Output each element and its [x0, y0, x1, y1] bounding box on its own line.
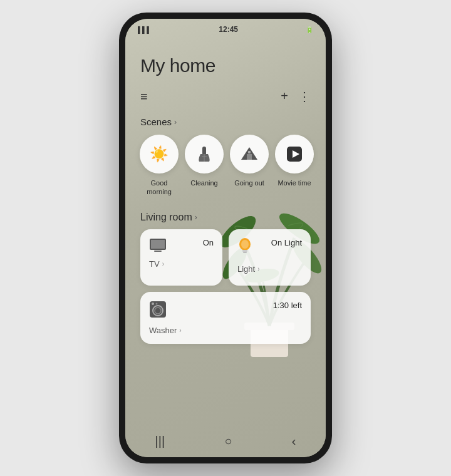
washer-status: 1:30 left — [273, 301, 302, 310]
scene-going-out-label: Going out — [234, 178, 264, 187]
scene-cleaning-icon — [185, 135, 224, 173]
main-content: My home ≡ + ⋮ Scenes › ☀️ Good — [125, 36, 326, 457]
menu-icon[interactable]: ≡ — [140, 90, 148, 104]
bottom-nav: ||| ○ ‹ — [125, 425, 326, 457]
washer-icon — [149, 301, 167, 321]
device-cards-row: On TV › — [125, 229, 326, 292]
scene-cleaning[interactable]: Cleaning — [185, 135, 223, 197]
living-room-header[interactable]: Living room › — [125, 209, 326, 229]
svg-point-19 — [241, 240, 249, 249]
light-name: Light › — [237, 264, 302, 274]
toolbar-right: + ⋮ — [281, 89, 311, 104]
svg-rect-20 — [242, 250, 247, 252]
scene-cleaning-label: Cleaning — [190, 178, 217, 187]
light-chevron: › — [257, 266, 259, 272]
recents-button[interactable]: ||| — [150, 429, 170, 453]
home-button[interactable]: ○ — [219, 429, 237, 453]
washer-card[interactable]: 1:30 left Washer › — [140, 292, 311, 344]
clock: 12:45 — [219, 25, 238, 34]
phone-screen: ▌▌▌ 12:45 🔋 My home ≡ + ⋮ — [125, 19, 326, 457]
svg-rect-11 — [247, 154, 252, 160]
tv-name: TV › — [149, 259, 214, 269]
scene-good-morning-label: Good morning — [140, 178, 178, 197]
page-title: My home — [125, 36, 326, 89]
light-icon — [237, 238, 252, 259]
phone-frame: ▌▌▌ 12:45 🔋 My home ≡ + ⋮ — [119, 13, 332, 463]
svg-rect-7 — [202, 147, 206, 155]
scene-movie-time-icon — [275, 135, 314, 173]
light-card-top: On Light — [237, 238, 302, 259]
scenes-header[interactable]: Scenes › — [125, 111, 326, 135]
scene-movie-time[interactable]: Movie time — [276, 135, 313, 197]
svg-rect-21 — [243, 252, 247, 253]
svg-rect-12 — [248, 151, 251, 153]
scene-movie-time-label: Movie time — [277, 178, 311, 187]
scenes-row: ☀️ Good morning Cleaning — [125, 135, 326, 209]
add-icon[interactable]: + — [281, 89, 288, 104]
tv-card[interactable]: On TV › — [140, 229, 222, 286]
toolbar-left: ≡ — [140, 90, 148, 104]
light-status: On Light — [271, 238, 302, 247]
scenes-chevron: › — [174, 118, 177, 127]
tv-icon — [149, 238, 167, 254]
washer-row: 1:30 left Washer › — [125, 292, 326, 344]
svg-rect-16 — [151, 240, 165, 249]
living-room-label: Living room — [140, 212, 192, 223]
toolbar: ≡ + ⋮ — [125, 89, 326, 111]
status-bar: ▌▌▌ 12:45 🔋 — [125, 19, 326, 36]
washer-chevron: › — [179, 327, 181, 334]
light-card[interactable]: On Light Light › — [229, 229, 311, 286]
svg-point-25 — [152, 303, 154, 305]
washer-card-top: 1:30 left — [149, 301, 302, 321]
more-icon[interactable]: ⋮ — [298, 89, 311, 104]
scene-going-out[interactable]: Going out — [231, 135, 268, 197]
scene-good-morning[interactable]: ☀️ Good morning — [140, 135, 178, 197]
svg-point-26 — [156, 303, 158, 304]
scene-good-morning-icon: ☀️ — [140, 135, 179, 173]
scene-going-out-icon — [230, 135, 269, 173]
tv-card-top: On — [149, 238, 214, 254]
living-room-chevron: › — [195, 213, 197, 222]
scenes-label: Scenes — [140, 116, 172, 127]
signal-indicator: ▌▌▌ — [138, 26, 151, 33]
tv-chevron: › — [162, 261, 164, 267]
tv-status: On — [203, 238, 214, 247]
svg-rect-17 — [154, 251, 162, 252]
battery-indicator: 🔋 — [306, 26, 313, 33]
back-button[interactable]: ‹ — [287, 429, 301, 453]
washer-name: Washer › — [149, 326, 302, 335]
